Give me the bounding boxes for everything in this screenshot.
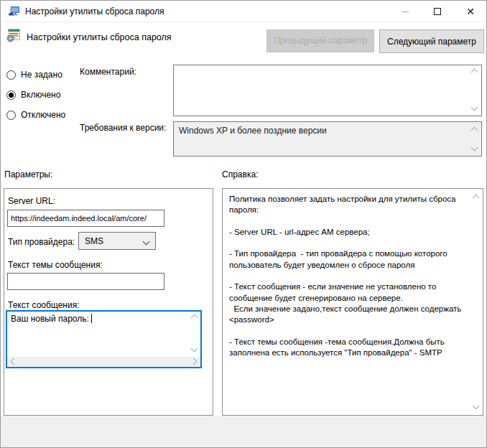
provider-type-select[interactable]: SMS	[78, 232, 156, 250]
text-cursor	[91, 314, 92, 323]
provider-type-value: SMS	[85, 236, 103, 246]
maximize-icon[interactable]	[421, 1, 453, 22]
help-text: Политика позволяет задать настройки для …	[223, 189, 468, 415]
provider-type-label: Тип провайдера:	[8, 237, 75, 247]
subject-input[interactable]	[7, 273, 164, 290]
message-textarea[interactable]: Ваш новый пароль:	[6, 310, 202, 368]
setting-title: Настройки утилиты сброса пароля	[27, 32, 172, 42]
radio-enabled[interactable]: Включено	[6, 89, 60, 101]
window-title: Настройки утилиты сброса пароля	[25, 1, 164, 22]
radio-icon[interactable]	[6, 70, 16, 80]
scroll-up-icon[interactable]	[471, 69, 478, 76]
minimize-icon	[389, 1, 421, 22]
chevron-down-icon	[143, 238, 150, 246]
comment-textarea[interactable]	[173, 65, 482, 116]
supported-on-label: Требования к версии:	[80, 123, 166, 133]
policy-setting-icon	[6, 28, 21, 42]
radio-disabled[interactable]: Отключено	[6, 109, 65, 121]
server-url-input[interactable]	[7, 210, 164, 227]
previous-setting-button: Предыдущий параметр	[266, 29, 374, 52]
radio-label: Включено	[21, 90, 60, 100]
message-text: Ваш новый пароль:	[7, 312, 189, 357]
radio-not-configured[interactable]: Не задано	[6, 69, 62, 80]
help-label: Справка:	[222, 169, 258, 179]
options-label: Параметры:	[4, 169, 52, 179]
close-icon[interactable]: ✕	[453, 1, 487, 22]
user-computer-icon	[8, 6, 19, 17]
scroll-left-icon[interactable]	[11, 358, 18, 365]
horizontal-scrollbar[interactable]	[7, 357, 200, 367]
supported-on-value: Windows XP и более поздние версии	[179, 126, 327, 136]
scroll-up-icon[interactable]	[473, 195, 480, 202]
scroll-up-icon	[471, 127, 478, 134]
footer: ОК Отмена Применить	[1, 416, 486, 448]
policy-settings-dialog: Настройки утилиты сброса пароля ✕ Настро…	[0, 0, 487, 448]
scroll-down-icon	[471, 144, 478, 151]
help-panel: Политика позволяет задать настройки для …	[222, 188, 483, 416]
server-url-label: Server URL:	[8, 196, 55, 206]
message-label: Текст сообщения:	[8, 300, 79, 310]
subject-label: Текст темы сообщения:	[8, 260, 103, 270]
radio-label: Не задано	[21, 70, 62, 80]
scroll-up-icon[interactable]	[191, 314, 198, 322]
scroll-down-icon[interactable]	[191, 345, 198, 353]
radio-icon[interactable]	[6, 111, 16, 120]
scroll-down-icon[interactable]	[473, 403, 480, 410]
supported-on-box: Windows XP и более поздние версии	[173, 121, 482, 157]
comment-label: Комментарий:	[80, 67, 136, 77]
scroll-right-icon[interactable]	[190, 358, 198, 365]
next-setting-button[interactable]: Следующий параметр	[379, 29, 484, 53]
titlebar: Настройки утилиты сброса пароля ✕	[1, 1, 486, 22]
scroll-down-icon[interactable]	[471, 104, 478, 111]
radio-label: Отключено	[21, 110, 65, 120]
radio-icon[interactable]	[6, 90, 16, 100]
